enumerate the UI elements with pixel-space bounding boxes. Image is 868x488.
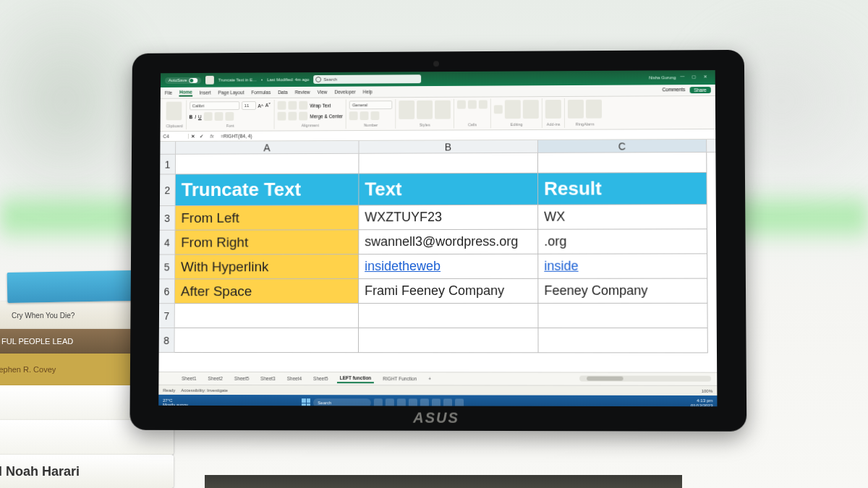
cell[interactable] bbox=[176, 154, 359, 175]
sort-filter-icon[interactable] bbox=[505, 100, 521, 119]
taskbar-app-icon[interactable] bbox=[420, 398, 429, 406]
taskbar-search[interactable]: Search bbox=[313, 398, 371, 406]
tab-view[interactable]: View bbox=[318, 90, 328, 95]
sheet-tab[interactable]: Sheet4 bbox=[284, 374, 305, 382]
sheet-tab[interactable]: Sheet3 bbox=[258, 374, 278, 382]
italic-button[interactable]: I bbox=[195, 114, 196, 119]
horizontal-scrollbar[interactable] bbox=[579, 376, 711, 382]
addins-icon[interactable] bbox=[545, 100, 561, 119]
font-size-input[interactable]: 11 bbox=[242, 101, 256, 110]
enter-icon[interactable]: ✓ bbox=[197, 133, 206, 139]
autosum-icon[interactable] bbox=[494, 105, 503, 114]
cell-hyperlink[interactable]: insidetheweb bbox=[359, 254, 538, 279]
cell[interactable] bbox=[175, 304, 359, 328]
wrap-text-button[interactable]: Wrap Text bbox=[310, 103, 331, 108]
formula-input[interactable]: =RIGHT(B4, 4) bbox=[218, 132, 715, 139]
tab-developer[interactable]: Developer bbox=[334, 90, 355, 95]
taskbar-app-icon[interactable] bbox=[386, 398, 394, 406]
sheet-tab[interactable]: RIGHT Function bbox=[380, 374, 420, 382]
row-header[interactable]: 7 bbox=[159, 304, 175, 328]
save-icon[interactable] bbox=[205, 76, 214, 85]
taskbar-app-icon[interactable] bbox=[409, 398, 417, 406]
fx-icon[interactable]: fx bbox=[206, 134, 218, 139]
analyze-data-icon[interactable] bbox=[568, 100, 584, 119]
conditional-formatting-icon[interactable] bbox=[399, 100, 414, 119]
start-button[interactable] bbox=[302, 398, 310, 406]
cancel-icon[interactable]: ✕ bbox=[189, 133, 197, 139]
cell[interactable]: With Hyperlink bbox=[175, 254, 359, 279]
row-header[interactable]: 5 bbox=[159, 255, 175, 280]
cell[interactable]: swannell3@wordpress.org bbox=[359, 230, 538, 254]
merge-center-button[interactable]: Merge & Center bbox=[310, 114, 343, 119]
tab-help[interactable]: Help bbox=[363, 89, 373, 94]
align-bottom-icon[interactable] bbox=[299, 101, 308, 110]
autosave-toggle[interactable]: AutoSave bbox=[165, 77, 201, 83]
search-input[interactable]: Search bbox=[313, 74, 421, 84]
font-name-input[interactable]: Calibri bbox=[190, 101, 239, 110]
row-header[interactable]: 6 bbox=[159, 279, 175, 304]
row-header[interactable]: 2 bbox=[160, 174, 176, 206]
taskbar-weather[interactable]: 27°C Mostly sunny bbox=[163, 398, 188, 406]
cell-header[interactable]: Result bbox=[538, 173, 707, 205]
find-select-icon[interactable] bbox=[523, 100, 539, 119]
delete-cells-icon[interactable] bbox=[468, 100, 477, 109]
taskbar-app-icon[interactable] bbox=[455, 399, 464, 407]
decrease-font-icon[interactable]: A˅ bbox=[265, 103, 271, 108]
tab-home[interactable]: Home bbox=[179, 89, 192, 96]
sheet-tab-active[interactable]: LEFT function bbox=[337, 374, 375, 383]
minimize-icon[interactable]: — bbox=[680, 74, 687, 81]
percent-icon[interactable] bbox=[360, 111, 369, 120]
ringalarm-icon[interactable] bbox=[586, 100, 602, 119]
sheet-tab[interactable]: Sheet2 bbox=[205, 374, 225, 382]
comments-button[interactable]: Comments bbox=[662, 87, 685, 93]
cell-header[interactable]: Truncate Text bbox=[176, 174, 359, 206]
row-header[interactable]: 8 bbox=[159, 328, 175, 353]
cell[interactable] bbox=[538, 153, 707, 174]
fill-color-icon[interactable] bbox=[214, 112, 223, 121]
cell[interactable] bbox=[538, 328, 707, 353]
sheet-tab[interactable]: Sheet1 bbox=[179, 374, 199, 382]
underline-button[interactable]: U bbox=[198, 114, 202, 119]
comma-icon[interactable] bbox=[371, 111, 380, 120]
row-header[interactable]: 1 bbox=[160, 155, 176, 175]
font-color-icon[interactable] bbox=[225, 112, 234, 121]
currency-icon[interactable] bbox=[349, 111, 358, 120]
last-modified[interactable]: Last Modified: 4m ago bbox=[267, 77, 309, 82]
cell-styles-icon[interactable] bbox=[435, 100, 451, 119]
paste-icon[interactable] bbox=[166, 102, 182, 121]
cell[interactable] bbox=[359, 304, 538, 328]
cell[interactable]: Feeney Company bbox=[538, 279, 707, 304]
taskbar-clock[interactable]: 4:13 pm 01/12/2023 bbox=[691, 398, 713, 406]
taskbar-app-icon[interactable] bbox=[432, 398, 441, 406]
align-right-icon[interactable] bbox=[299, 112, 308, 121]
column-header-a[interactable]: A bbox=[176, 141, 359, 154]
number-format-select[interactable]: General bbox=[349, 100, 393, 109]
close-icon[interactable]: ✕ bbox=[704, 74, 711, 81]
cell[interactable] bbox=[538, 304, 707, 328]
cell[interactable]: .org bbox=[538, 229, 707, 254]
taskbar-app-icon[interactable] bbox=[397, 398, 406, 406]
taskbar-app-icon[interactable] bbox=[374, 398, 383, 406]
border-icon[interactable] bbox=[204, 112, 213, 121]
cell-header[interactable]: Text bbox=[359, 174, 538, 206]
tab-data[interactable]: Data bbox=[278, 90, 288, 95]
cell[interactable]: WX bbox=[538, 205, 707, 230]
sheet-tab[interactable]: Sheet5 bbox=[231, 374, 252, 382]
name-box[interactable]: C4 bbox=[161, 134, 189, 139]
increase-font-icon[interactable]: A^ bbox=[258, 103, 263, 108]
status-accessibility[interactable]: Accessibility: Investigate bbox=[181, 388, 228, 392]
cell[interactable]: After Space bbox=[175, 279, 359, 304]
user-name[interactable]: Nisha Gurung bbox=[649, 75, 676, 80]
row-header[interactable]: 3 bbox=[160, 206, 176, 231]
tab-file[interactable]: File bbox=[165, 90, 172, 95]
align-middle-icon[interactable] bbox=[289, 101, 297, 110]
taskbar-app-icon[interactable] bbox=[443, 399, 452, 407]
cell[interactable]: From Right bbox=[175, 230, 359, 254]
cell[interactable] bbox=[359, 328, 539, 353]
format-as-table-icon[interactable] bbox=[417, 100, 433, 119]
bold-button[interactable]: B bbox=[190, 114, 193, 119]
align-left-icon[interactable] bbox=[278, 112, 286, 121]
column-header-c[interactable]: C bbox=[538, 140, 707, 153]
insert-cells-icon[interactable] bbox=[457, 100, 466, 109]
add-sheet-button[interactable]: + bbox=[425, 374, 434, 382]
